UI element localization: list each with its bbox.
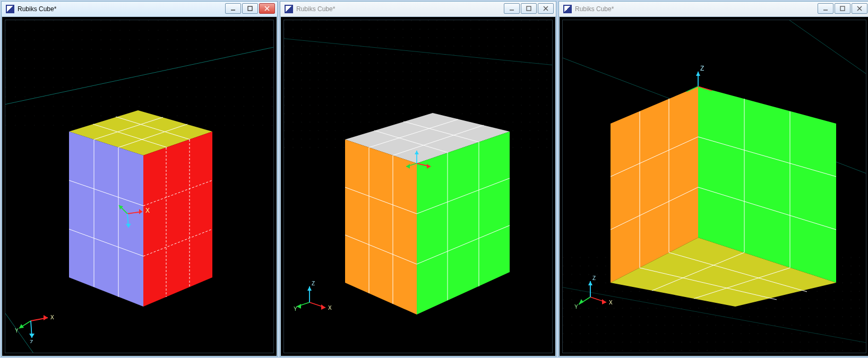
viewport-1[interactable]: X X Y Z [5, 20, 274, 353]
svg-text:Y: Y [574, 304, 578, 310]
window-title: Rubiks Cube* [296, 5, 335, 13]
titlebar[interactable]: Rubiks Cube* [559, 2, 868, 17]
svg-marker-52 [417, 132, 510, 315]
minimize-button[interactable] [818, 3, 833, 14]
svg-rect-1 [248, 6, 252, 11]
window-title: Rubiks Cube* [575, 5, 614, 13]
svg-rect-38 [527, 6, 531, 11]
close-button[interactable] [538, 3, 554, 14]
svg-line-5 [5, 313, 37, 353]
svg-line-66 [297, 302, 310, 307]
svg-line-31 [19, 321, 31, 328]
rubiks-cube [329, 94, 520, 317]
window-1: Rubiks Cube* [1, 1, 278, 357]
svg-text:Z: Z [700, 65, 704, 72]
app-icon [285, 5, 293, 13]
window-controls [225, 3, 275, 14]
face-left [69, 132, 143, 307]
svg-marker-29 [44, 315, 48, 320]
svg-text:Z: Z [30, 339, 33, 343]
svg-line-63 [310, 302, 325, 308]
window-controls [818, 3, 867, 14]
svg-text:Y: Y [15, 328, 19, 334]
svg-text:X: X [145, 207, 150, 214]
desktop: Rubiks Cube* [0, 0, 868, 358]
minimize-button[interactable] [504, 3, 520, 14]
svg-marker-70 [307, 286, 312, 291]
svg-marker-47 [345, 139, 417, 315]
app-icon [6, 5, 14, 13]
svg-line-102 [579, 297, 590, 304]
svg-marker-11 [69, 132, 143, 307]
svg-marker-95 [696, 72, 700, 76]
window-title: Rubiks Cube* [18, 5, 56, 13]
face-right [143, 132, 212, 307]
app-icon [563, 5, 572, 13]
face-right [417, 132, 510, 315]
svg-line-41 [284, 36, 552, 68]
titlebar[interactable]: Rubiks Cube* [280, 2, 556, 17]
face-left [345, 139, 417, 315]
maximize-button[interactable] [835, 3, 850, 14]
maximize-button[interactable] [521, 3, 537, 14]
svg-text:X: X [50, 315, 54, 320]
close-button[interactable] [259, 3, 275, 14]
titlebar[interactable]: Rubiks Cube* [2, 2, 277, 17]
svg-marker-35 [29, 334, 35, 338]
svg-line-28 [31, 318, 48, 321]
svg-line-34 [31, 321, 32, 338]
svg-marker-32 [19, 324, 24, 328]
svg-text:Y: Y [294, 306, 297, 312]
svg-rect-73 [840, 6, 845, 11]
viewport-3[interactable]: Z X Y Z [562, 20, 866, 353]
svg-marker-16 [143, 132, 212, 307]
minimize-button[interactable] [225, 3, 241, 14]
window-3: Rubiks Cube* [558, 1, 868, 357]
svg-text:Z: Z [312, 281, 315, 286]
rubiks-cube: Z [592, 63, 847, 307]
svg-marker-67 [297, 304, 301, 309]
close-button[interactable] [852, 3, 867, 14]
svg-marker-64 [321, 304, 325, 310]
rubiks-cube: X [37, 89, 239, 312]
window-2: Rubiks Cube* [280, 1, 556, 357]
viewport-2[interactable]: X Y Z [283, 20, 553, 353]
window-controls [504, 3, 554, 14]
svg-marker-103 [579, 299, 583, 304]
maximize-button[interactable] [242, 3, 258, 14]
